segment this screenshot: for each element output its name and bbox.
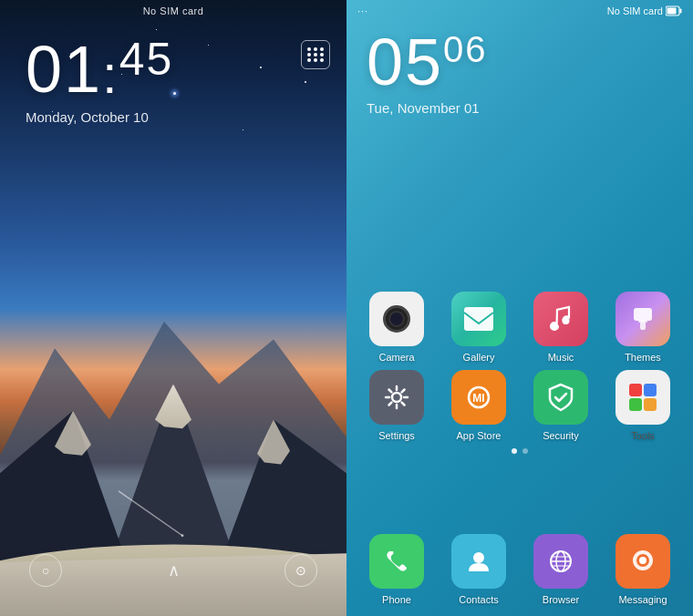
settings-gear-icon <box>381 382 412 413</box>
lock-camera-button[interactable]: ⊙ <box>284 554 317 587</box>
camera-label: Camera <box>378 352 414 363</box>
security-label: Security <box>543 430 579 441</box>
browser-label: Browser <box>543 594 579 605</box>
star <box>156 29 157 30</box>
app-item-music[interactable]: Music <box>524 292 597 363</box>
gallery-envelope-icon <box>462 305 495 333</box>
home-date: Tue, November 01 <box>367 100 693 116</box>
no-sim-text: No SIM card <box>607 5 663 16</box>
lock-status-text: No SIM card <box>143 5 204 16</box>
home-status-bar: ··· No SIM card <box>346 0 693 22</box>
svg-rect-14 <box>464 307 493 331</box>
chevron-up-icon: ∧ <box>168 561 180 580</box>
tools-grid-cell-2 <box>644 384 657 396</box>
app-item-browser[interactable]: Browser <box>524 534 597 605</box>
svg-rect-17 <box>634 308 652 321</box>
lock-minutes: 45 <box>119 34 174 85</box>
lock-grid-button[interactable] <box>301 40 330 69</box>
gallery-label: Gallery <box>463 352 495 363</box>
lock-time-container: 01:45 Monday, October 10 <box>0 36 346 125</box>
phone-icon <box>369 534 424 589</box>
messaging-icon <box>615 534 670 589</box>
music-label: Music <box>548 352 574 363</box>
svg-text:MI: MI <box>472 392 484 405</box>
home-status-left: ··· <box>357 5 368 16</box>
messaging-bubble-icon <box>628 547 657 576</box>
svg-point-16 <box>563 317 570 324</box>
browser-icon <box>533 534 588 589</box>
tools-label: Tools <box>631 430 655 441</box>
app-item-appstore[interactable]: MI App Store <box>442 370 515 441</box>
lock-screen: No SIM card 01:45 Monday, October 10 ○ ∧… <box>0 0 346 616</box>
lock-circle-left-button[interactable]: ○ <box>29 554 62 587</box>
appstore-icon: MI <box>451 370 506 425</box>
svg-point-10 <box>181 534 184 537</box>
tools-grid-cell-4 <box>644 398 657 411</box>
settings-icon <box>369 370 424 425</box>
lock-date: Monday, October 10 <box>26 109 149 125</box>
themes-icon <box>615 292 670 346</box>
themes-paintbrush-icon <box>628 304 657 334</box>
svg-point-30 <box>639 557 646 564</box>
app-item-contacts[interactable]: Contacts <box>442 534 515 605</box>
battery-icon <box>666 5 682 16</box>
tools-grid-icon <box>627 382 658 413</box>
themes-label: Themes <box>625 352 661 363</box>
tools-grid-cell-1 <box>629 384 642 396</box>
phone-label: Phone <box>382 594 411 605</box>
lock-circle-icon: ○ <box>42 563 49 578</box>
app-item-gallery[interactable]: Gallery <box>442 292 515 363</box>
app-item-security[interactable]: Security <box>524 370 597 441</box>
security-icon <box>533 370 588 425</box>
lock-bottom-bar: ○ ∧ ⊙ <box>0 543 346 616</box>
tools-icon <box>615 370 670 425</box>
page-dots <box>356 448 684 454</box>
page-dot-1 <box>512 448 517 454</box>
home-status-right: No SIM card <box>607 5 682 16</box>
app-item-themes[interactable]: Themes <box>606 292 679 363</box>
home-colon-minutes: 06 <box>443 29 488 69</box>
contacts-person-icon <box>465 548 492 575</box>
music-note-icon <box>547 304 574 334</box>
appstore-mi-icon: MI <box>463 382 494 413</box>
lock-hour: 01 <box>26 33 102 106</box>
app-row-2: Settings MI App Store <box>356 370 684 441</box>
lock-status-bar: No SIM card <box>0 0 346 22</box>
contacts-label: Contacts <box>459 594 498 605</box>
camera-lens-icon <box>383 305 410 333</box>
app-item-tools[interactable]: Tools <box>606 370 679 441</box>
home-time-container: 0506 Tue, November 01 <box>346 29 693 116</box>
browser-globe-icon <box>546 547 575 576</box>
settings-label: Settings <box>378 430 415 441</box>
app-row-1: Camera Gallery <box>356 292 684 363</box>
lock-swipe-up-icon[interactable]: ∧ <box>168 560 180 580</box>
lock-colon: : <box>102 44 119 105</box>
svg-point-15 <box>551 323 558 330</box>
gallery-icon <box>451 292 506 346</box>
phone-handset-icon <box>383 548 410 575</box>
svg-rect-13 <box>667 8 677 15</box>
home-screen: ··· No SIM card 0506 Tue, November 01 Ca… <box>346 0 693 616</box>
svg-rect-19 <box>638 320 647 323</box>
home-hour: 05 <box>367 26 443 98</box>
svg-point-22 <box>473 552 484 563</box>
security-shield-icon <box>546 382 575 413</box>
page-dot-2 <box>522 448 528 454</box>
app-item-messaging[interactable]: Messaging <box>606 534 679 605</box>
camera-circle-icon: ⊙ <box>295 563 306 578</box>
home-time: 0506 <box>367 29 693 95</box>
svg-rect-12 <box>680 9 682 14</box>
app-item-settings[interactable]: Settings <box>360 370 433 441</box>
app-grid: Camera Gallery <box>346 292 693 459</box>
tools-grid-cell-3 <box>629 398 642 411</box>
camera-icon <box>369 292 424 346</box>
svg-point-20 <box>392 393 401 402</box>
star <box>243 129 243 130</box>
messaging-label: Messaging <box>618 594 667 605</box>
app-item-phone[interactable]: Phone <box>360 534 433 605</box>
music-icon <box>533 292 588 346</box>
contacts-icon <box>451 534 506 589</box>
app-item-camera[interactable]: Camera <box>360 292 433 363</box>
bottom-dock: Phone Contacts Br <box>346 527 693 616</box>
appstore-label: App Store <box>457 430 502 441</box>
